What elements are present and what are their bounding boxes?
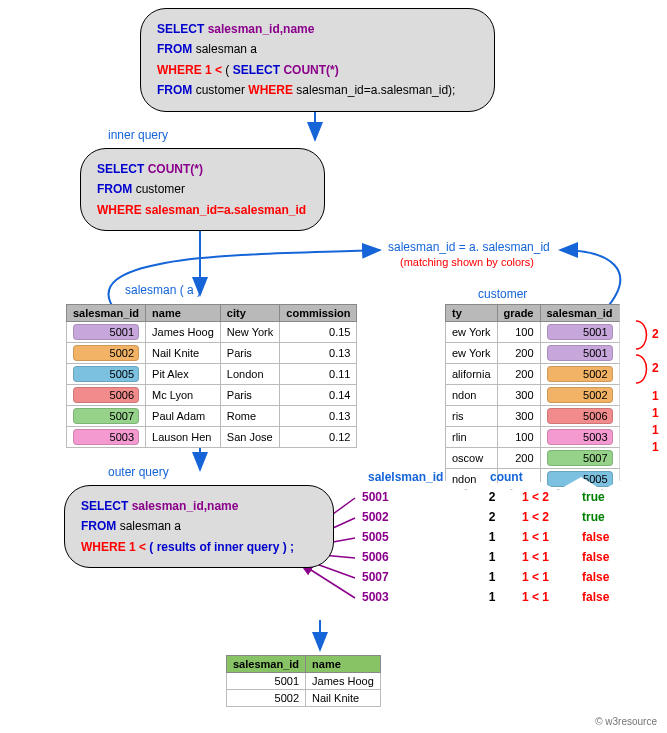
cell: 5007 (67, 406, 146, 427)
eval-compare: 1 < 1 (522, 550, 582, 564)
eval-result: true (582, 490, 605, 504)
kw: SELECT (157, 22, 208, 36)
table-row: 5003Lauson HenSan Jose0.12 (67, 427, 357, 448)
table-row: rlin1005003 (446, 427, 620, 448)
cell: 5006 (67, 385, 146, 406)
eval-count: 1 (462, 570, 522, 584)
eval-result: false (582, 570, 609, 584)
eval-col-id: salelsman_id (368, 470, 443, 484)
txt: ( (225, 63, 232, 77)
cell: 5003 (67, 427, 146, 448)
kw: FROM (97, 182, 136, 196)
cell: ris (446, 406, 498, 427)
cell: 200 (497, 448, 540, 469)
col-header: salesman_id (67, 305, 146, 322)
txt: ( results of inner query ) ; (149, 540, 294, 554)
col-header: commission (280, 305, 357, 322)
cell: Paris (220, 385, 279, 406)
bracket-count: 1 (652, 439, 659, 456)
cell: 100 (497, 322, 540, 343)
match-sublabel: (matching shown by colors) (400, 256, 534, 268)
cell: 200 (497, 364, 540, 385)
table-row: oscow2005007 (446, 448, 620, 469)
table-row: 5001James HoogNew York0.15 (67, 322, 357, 343)
table-row: 5002Nail KniteParis0.13 (67, 343, 357, 364)
cell: Nail Knite (146, 343, 221, 364)
col-header: name (306, 656, 381, 673)
eval-id: 5007 (362, 570, 462, 584)
cell: 0.14 (280, 385, 357, 406)
cell: 5002 (540, 385, 619, 406)
id-chip: 5003 (547, 429, 613, 445)
cell: 5001 (540, 322, 619, 343)
salesman-table: salesman_idnamecitycommission 5001James … (66, 304, 357, 448)
cell: 5007 (540, 448, 619, 469)
txt: salesman_id,name (132, 499, 239, 513)
id-chip: 5007 (73, 408, 139, 424)
cell: 0.13 (280, 406, 357, 427)
kw: SELECT (81, 499, 132, 513)
eval-result: false (582, 550, 609, 564)
table-row: ris3005006 (446, 406, 620, 427)
cell: Paul Adam (146, 406, 221, 427)
kw: SELECT (233, 63, 284, 77)
id-chip: 5001 (547, 324, 613, 340)
cell: 5006 (540, 406, 619, 427)
eval-compare: 1 < 2 (522, 510, 582, 524)
cell: ew York (446, 322, 498, 343)
sql-main-box: SELECT salesman_id,name FROM salesman a … (140, 8, 495, 112)
id-chip: 5005 (73, 366, 139, 382)
table-row: 5007Paul AdamRome0.13 (67, 406, 357, 427)
table-row: 5001James Hoog (227, 673, 381, 690)
table-row: 5005Pit AlexLondon0.11 (67, 364, 357, 385)
eval-compare: 1 < 1 (522, 590, 582, 604)
cell: 0.15 (280, 322, 357, 343)
cell: 5005 (540, 469, 619, 490)
cell: Nail Knite (306, 690, 381, 707)
cell: James Hoog (146, 322, 221, 343)
table-row: ndon5005 (446, 469, 620, 490)
eval-row: 500611 < 1false (362, 550, 609, 570)
cell: 100 (497, 427, 540, 448)
txt: salesman_id=a.salesman_id); (296, 83, 455, 97)
id-chip: 5006 (73, 387, 139, 403)
kw: WHERE 1 < (81, 540, 149, 554)
cell: Lauson Hen (146, 427, 221, 448)
ident: salesman_id,name (208, 22, 315, 36)
id-chip: 5001 (73, 324, 139, 340)
cell: 300 (497, 385, 540, 406)
eval-row: 500511 < 1false (362, 530, 609, 550)
ident: customer (136, 182, 185, 196)
cell: Paris (220, 343, 279, 364)
eval-count: 1 (462, 530, 522, 544)
cell: 0.12 (280, 427, 357, 448)
eval-compare: 1 < 1 (522, 530, 582, 544)
bracket-count: 1 (652, 388, 659, 405)
eval-result: false (582, 530, 609, 544)
cell: 5002 (227, 690, 306, 707)
id-chip: 5003 (73, 429, 139, 445)
table-row: 5006Mc LyonParis0.14 (67, 385, 357, 406)
table-row: 5002Nail Knite (227, 690, 381, 707)
cell: Rome (220, 406, 279, 427)
col-header: city (220, 305, 279, 322)
txt: COUNT(*) (148, 162, 203, 176)
bracket-count: 2 (652, 326, 659, 343)
outer-query-label: outer query (108, 465, 169, 479)
eval-id: 5001 (362, 490, 462, 504)
eval-result: false (582, 590, 609, 604)
cell: 5003 (540, 427, 619, 448)
txt: WHERE salesman_id=a.salesman_id (97, 203, 306, 217)
salesman-label: salesman ( a ) (125, 283, 201, 297)
cell: oscow (446, 448, 498, 469)
eval-result: true (582, 510, 605, 524)
eval-row: 500711 < 1false (362, 570, 609, 590)
col-header: ty (446, 305, 498, 322)
kw: FROM (157, 42, 196, 56)
col-header: grade (497, 305, 540, 322)
txt: COUNT(*) (283, 63, 338, 77)
eval-count: 1 (462, 590, 522, 604)
bracket-count: 1 (652, 405, 659, 422)
eval-compare: 1 < 1 (522, 570, 582, 584)
inner-query-label: inner query (108, 128, 168, 142)
